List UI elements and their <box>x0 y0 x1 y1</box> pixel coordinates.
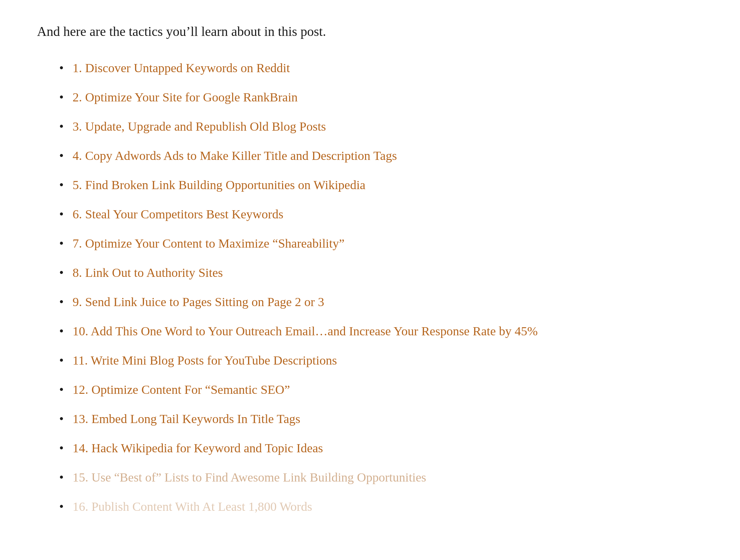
list-item-7: •7. Optimize Your Content to Maximize “S… <box>59 234 703 253</box>
link-item-12[interactable]: 12. Optimize Content For “Semantic SEO” <box>73 380 290 399</box>
tactics-list: •1. Discover Untapped Keywords on Reddit… <box>59 58 703 516</box>
bullet-8: • <box>59 263 64 282</box>
link-item-7[interactable]: 7. Optimize Your Content to Maximize “Sh… <box>73 234 345 253</box>
bullet-12: • <box>59 380 64 399</box>
link-item-15[interactable]: 15. Use “Best of” Lists to Find Awesome … <box>73 468 426 487</box>
link-item-8[interactable]: 8. Link Out to Authority Sites <box>73 263 223 282</box>
list-item-3: •3. Update, Upgrade and Republish Old Bl… <box>59 117 703 136</box>
list-item-2: •2. Optimize Your Site for Google RankBr… <box>59 88 703 107</box>
list-item-5: •5. Find Broken Link Building Opportunit… <box>59 175 703 194</box>
bullet-16: • <box>59 497 64 516</box>
list-item-4: •4. Copy Adwords Ads to Make Killer Titl… <box>59 146 703 165</box>
list-item-6: •6. Steal Your Competitors Best Keywords <box>59 205 703 224</box>
list-item-14: •14. Hack Wikipedia for Keyword and Topi… <box>59 439 703 457</box>
list-item-15: •15. Use “Best of” Lists to Find Awesome… <box>59 468 703 487</box>
bullet-14: • <box>59 439 64 457</box>
bullet-1: • <box>59 58 64 77</box>
list-item-13: •13. Embed Long Tail Keywords In Title T… <box>59 409 703 428</box>
list-item-10: •10. Add This One Word to Your Outreach … <box>59 322 703 341</box>
link-item-2[interactable]: 2. Optimize Your Site for Google RankBra… <box>73 88 298 107</box>
bullet-9: • <box>59 292 64 311</box>
link-item-5[interactable]: 5. Find Broken Link Building Opportuniti… <box>73 175 365 194</box>
intro-text: And here are the tactics you’ll learn ab… <box>37 22 703 41</box>
link-item-1[interactable]: 1. Discover Untapped Keywords on Reddit <box>73 58 290 77</box>
list-item-1: •1. Discover Untapped Keywords on Reddit <box>59 58 703 77</box>
list-item-11: •11. Write Mini Blog Posts for YouTube D… <box>59 351 703 370</box>
link-item-10[interactable]: 10. Add This One Word to Your Outreach E… <box>73 322 538 341</box>
bullet-15: • <box>59 468 64 487</box>
link-item-6[interactable]: 6. Steal Your Competitors Best Keywords <box>73 205 284 224</box>
link-item-14[interactable]: 14. Hack Wikipedia for Keyword and Topic… <box>73 439 323 457</box>
bullet-6: • <box>59 205 64 224</box>
bullet-7: • <box>59 234 64 253</box>
list-item-8: •8. Link Out to Authority Sites <box>59 263 703 282</box>
bullet-13: • <box>59 409 64 428</box>
link-item-16[interactable]: 16. Publish Content With At Least 1,800 … <box>73 497 312 516</box>
list-item-9: •9. Send Link Juice to Pages Sitting on … <box>59 292 703 311</box>
list-item-16: •16. Publish Content With At Least 1,800… <box>59 497 703 516</box>
link-item-13[interactable]: 13. Embed Long Tail Keywords In Title Ta… <box>73 409 300 428</box>
list-item-12: •12. Optimize Content For “Semantic SEO” <box>59 380 703 399</box>
bullet-5: • <box>59 175 64 194</box>
link-item-11[interactable]: 11. Write Mini Blog Posts for YouTube De… <box>73 351 337 370</box>
bullet-11: • <box>59 351 64 370</box>
bullet-4: • <box>59 146 64 165</box>
bullet-2: • <box>59 88 64 107</box>
bullet-10: • <box>59 322 64 341</box>
bullet-3: • <box>59 117 64 136</box>
link-item-9[interactable]: 9. Send Link Juice to Pages Sitting on P… <box>73 292 324 311</box>
link-item-4[interactable]: 4. Copy Adwords Ads to Make Killer Title… <box>73 146 397 165</box>
link-item-3[interactable]: 3. Update, Upgrade and Republish Old Blo… <box>73 117 326 136</box>
